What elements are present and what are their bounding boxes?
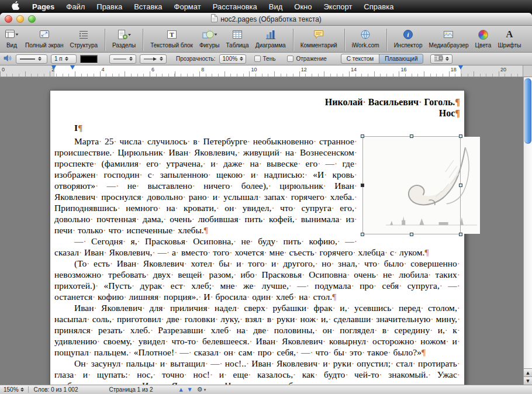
menu-insert[interactable]: Вставка (128, 0, 168, 13)
menu-arrange[interactable]: Расстановка (207, 0, 263, 13)
paragraph[interactable]: Иван· Яковлевич· для· приличия· надел· с… (54, 302, 460, 358)
pages-window: нос2.pages (Обработка текста) Вид Полный… (0, 13, 532, 394)
toolbar-comment-button[interactable]: Комментарий (300, 27, 337, 49)
toolbar-textbox-button[interactable]: T Текстовый блок (150, 27, 193, 49)
stroke-width-stepper[interactable]: 1 п (51, 54, 77, 64)
gear-menu[interactable]: ⚙▾ (197, 386, 206, 393)
zoom-control[interactable]: 150% (4, 386, 24, 393)
paragraph[interactable]: Марта· 25· числа· случилось· в· Петербур… (54, 136, 460, 236)
toolbar-table-button[interactable]: Таблица (226, 27, 248, 49)
ruler-number: 6 (151, 67, 154, 72)
menu-edit[interactable]: Правка (91, 0, 128, 13)
shadow-label: Тень (263, 56, 276, 62)
word-count: Слов: 0 из 1 002 (34, 386, 78, 393)
selection-handle-top-right[interactable] (459, 134, 462, 138)
stroke-color-well[interactable] (80, 55, 98, 63)
scroll-down-button[interactable]: ▼ (524, 376, 532, 385)
toolbar-iwork-button[interactable]: iWork.com (352, 27, 379, 49)
ruler-number: 12 (301, 67, 307, 72)
toolbar-fullscreen-button[interactable]: Полный экран (25, 27, 64, 49)
stroke-style-dropdown[interactable] (16, 54, 47, 64)
apple-menu[interactable] (5, 1, 26, 12)
nose-sketch-drawing (383, 137, 480, 234)
opacity-stepper[interactable]: 100% (219, 54, 246, 64)
ruler-number: 14 (351, 67, 357, 72)
document-title-heading[interactable]: Нос¶ (54, 108, 460, 119)
scroll-up-button[interactable]: ▲ (524, 368, 532, 376)
line-start-dropdown[interactable] (109, 54, 136, 64)
zoom-value: 150% (4, 386, 19, 393)
format-bar: 1 п Прозрачность: 100% Тень Отражение С … (0, 53, 532, 65)
menu-export[interactable]: Экспорт (318, 0, 358, 13)
page-indicator: Страница 1 из 2 (109, 386, 153, 393)
zoom-window-button[interactable] (28, 15, 36, 23)
line-end-dropdown[interactable] (140, 54, 167, 64)
outline-icon (78, 27, 89, 42)
toolbar-view-button[interactable]: Вид (5, 27, 19, 49)
page[interactable]: Николай· Васильевич· Гоголь.¶ Нос¶ I¶ (50, 90, 465, 385)
nose-sketch-image[interactable] (363, 137, 460, 234)
toolbar-media-button[interactable]: Медиабраузер (429, 27, 468, 49)
minimize-button[interactable] (16, 15, 24, 23)
scrollbar-thumb[interactable] (524, 78, 531, 144)
vertical-scrollbar[interactable]: ▲ ▼ (523, 77, 532, 385)
chapter-heading[interactable]: I¶ (54, 122, 460, 133)
selection-handle-bottom-right[interactable] (459, 233, 462, 236)
speaker-icon[interactable] (4, 54, 12, 63)
floating-button[interactable]: Плавающий (379, 54, 423, 64)
right-margin-marker[interactable] (458, 65, 463, 70)
shadow-checkbox[interactable] (254, 56, 261, 62)
menu-help[interactable]: Справка (358, 0, 399, 13)
paragraph[interactable]: Он· засунул· пальцы· и· вытащил· —· нос!… (54, 358, 460, 385)
colors-icon (478, 30, 488, 40)
toolbar-sections-button[interactable]: Разделы (112, 27, 136, 49)
ruler-number: 0 (2, 67, 5, 72)
paragraph[interactable]: (То· есть· Иван· Яковлевич· хотел· бы· и… (54, 258, 460, 302)
menu-window[interactable]: Окно (288, 0, 317, 13)
toolbar-colors-button[interactable]: Цвета (475, 27, 492, 49)
sections-icon (116, 27, 132, 42)
paragraph[interactable]: —· Сегодня· я,· Прасковья· Осиповна,· не… (54, 236, 460, 258)
toolbar-separator (386, 29, 387, 51)
placement-segmented-control: С текстом Плавающий (341, 54, 424, 64)
document-author-heading[interactable]: Николай· Васильевич· Гоголь.¶ (54, 96, 460, 108)
menu-pages[interactable]: Pages (26, 0, 60, 13)
inline-button[interactable]: С текстом (341, 54, 379, 64)
selection-handle-middle-right[interactable] (459, 184, 462, 187)
selection-handle-top-left[interactable] (361, 134, 364, 138)
selection-handle-bottom-left[interactable] (361, 233, 364, 236)
menu-file[interactable]: Файл (60, 0, 91, 13)
reflection-checkbox-row: Отражение (287, 56, 326, 62)
toolbar-separator (344, 29, 345, 51)
reflection-checkbox[interactable] (287, 56, 293, 62)
toolbar-fonts-button[interactable]: A Шрифты (498, 27, 521, 49)
reflection-label: Отражение (296, 56, 326, 62)
ruler: 02468101214161820 (0, 65, 532, 77)
toolbar-separator (105, 29, 105, 51)
selection-handle-top-middle[interactable] (410, 134, 413, 138)
toolbar-chart-button[interactable]: Диаграмма (255, 27, 286, 49)
menu-bar: Pages Файл Правка Вставка Формат Расстан… (0, 0, 532, 13)
first-line-indent-marker[interactable] (70, 65, 75, 70)
close-button[interactable] (5, 15, 12, 23)
selection-handle-middle-left[interactable] (361, 184, 364, 187)
selection-handle-bottom-middle[interactable] (410, 233, 413, 236)
menu-format[interactable]: Формат (168, 0, 207, 13)
statusbar-separator (28, 386, 29, 393)
apple-icon (12, 1, 19, 12)
toolbar-inspector-button[interactable]: i Инспектор (394, 27, 423, 49)
toolbar-outline-button[interactable]: Структура (70, 27, 98, 49)
status-bar: 150% Слов: 0 из 1 002 Страница 1 из 2 ▲ … (0, 385, 532, 394)
toolbar-shapes-button[interactable]: Фигуры (199, 27, 219, 49)
next-page-button[interactable]: ▼ (188, 387, 194, 392)
text-wrap-dropdown[interactable] (430, 54, 452, 64)
fullscreen-icon (39, 27, 50, 42)
title-bar[interactable]: нос2.pages (Обработка текста) (0, 13, 532, 26)
ruler-number: 20 (500, 67, 506, 72)
menu-view[interactable]: Вид (263, 0, 289, 13)
left-margin-marker[interactable] (51, 65, 56, 70)
ruler-corner (523, 65, 532, 77)
previous-page-button[interactable]: ▲ (179, 387, 184, 392)
shadow-checkbox-row: Тень (254, 56, 276, 62)
gear-icon: ⚙ (197, 386, 203, 393)
